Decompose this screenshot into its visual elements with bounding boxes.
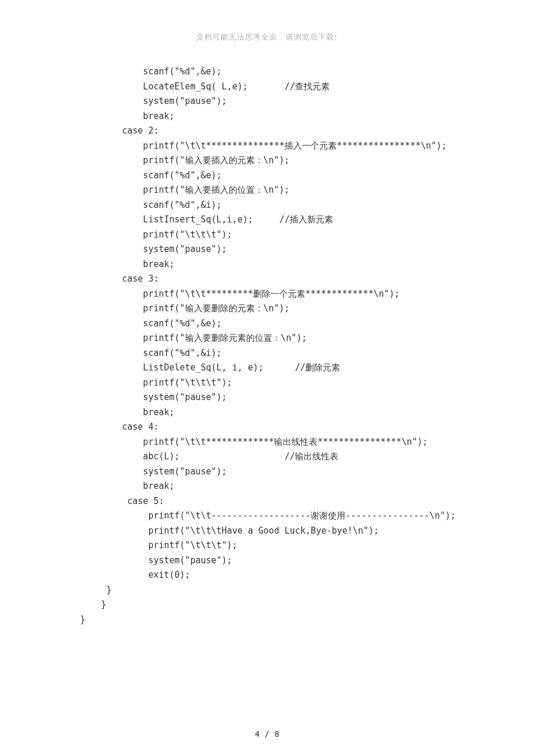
code-line: system("pause"); — [80, 390, 534, 405]
code-line: system("pause"); — [80, 553, 534, 568]
code-line: printf("输入要删除元素的位置：\n"); — [80, 331, 534, 346]
code-line: printf("\t\t\t"); — [80, 538, 534, 553]
page-number: 4 / 8 — [0, 729, 534, 739]
code-line: break; — [80, 109, 534, 124]
code-line: printf("输入要删除的元素：\n"); — [80, 301, 534, 316]
code-line: system("pause"); — [80, 242, 534, 257]
code-line: ListInsert_Sq(L,i,e); //插入新元素 — [80, 213, 534, 228]
code-block: scanf("%d",&e); LocateElem_Sq( L,e); //查… — [0, 64, 534, 627]
code-line: scanf("%d",&e); — [80, 64, 534, 80]
code-line: system("pause"); — [80, 94, 534, 109]
header-note: 文档可能无法思考全面，请浏览后下载! — [0, 32, 534, 42]
code-line: printf("\t\t-------------------谢谢使用-----… — [80, 509, 534, 524]
code-line: break; — [80, 479, 534, 494]
code-line: } — [80, 613, 534, 628]
code-line: printf("\t\t***************插入一个元素*******… — [80, 139, 534, 154]
code-line: ListDelete_Sq(L, i, e); //删除元素 — [80, 361, 534, 376]
code-line: scanf("%d",&i); — [80, 346, 534, 361]
code-line: case 4: — [80, 420, 534, 435]
code-line: printf("\t\t\t"); — [80, 228, 534, 243]
code-line: system("pause"); — [80, 465, 534, 480]
code-line: case 3: — [80, 272, 534, 287]
code-line: break; — [80, 257, 534, 272]
code-line: printf("\t\t*************输出线性表**********… — [80, 435, 534, 450]
code-line: } — [80, 583, 534, 598]
code-line: scanf("%d",&e); — [80, 316, 534, 332]
code-line: } — [80, 597, 534, 613]
code-line: printf("\t\t\tHave a Good Luck,Bye-bye!\… — [80, 524, 534, 539]
code-line: printf("输入要插入的元素：\n"); — [80, 153, 534, 168]
code-line: abc(L); //输出线性表 — [80, 449, 534, 465]
code-line: printf("\t\t*********删除一个元素*************… — [80, 287, 534, 302]
code-line: scanf("%d",&e); — [80, 168, 534, 183]
code-line: case 2: — [80, 124, 534, 139]
code-line: case 5: — [80, 494, 534, 509]
code-line: printf("\t\t\t"); — [80, 376, 534, 391]
code-line: scanf("%d",&i); — [80, 198, 534, 213]
document-page: 文档可能无法思考全面，请浏览后下载! scanf("%d",&e); Locat… — [0, 0, 534, 756]
code-line: printf("输入要插入的位置：\n"); — [80, 183, 534, 198]
code-line: exit(0); — [80, 568, 534, 583]
code-line: LocateElem_Sq( L,e); //查找元素 — [80, 80, 534, 95]
code-line: break; — [80, 405, 534, 420]
